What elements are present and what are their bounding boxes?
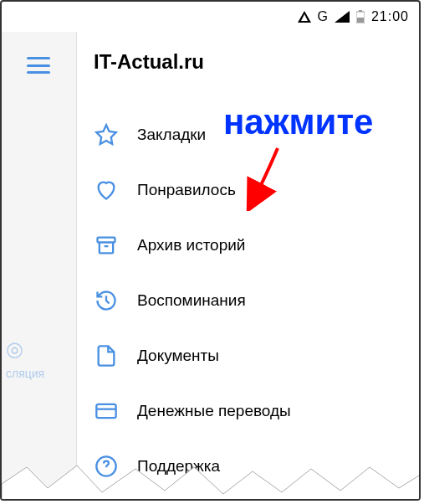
status-bar: G 21:00 (2, 2, 419, 32)
card-icon (94, 399, 119, 424)
clock: 21:00 (371, 9, 409, 24)
background-panel: ◎ сляция (2, 32, 77, 499)
menu-item-label: Архив историй (137, 236, 245, 255)
signal-icon (335, 11, 350, 23)
vpn-icon (298, 11, 311, 23)
menu-item-money[interactable]: Денежные переводы (77, 383, 419, 439)
annotation-text: нажмите (223, 102, 373, 142)
network-type: G (318, 9, 328, 24)
menu-item-label: Денежные переводы (137, 402, 291, 420)
menu-item-memories[interactable]: Воспоминания (77, 273, 419, 328)
menu-item-documents[interactable]: Документы (77, 328, 419, 383)
menu-item-archive[interactable]: Архив историй (77, 218, 419, 273)
document-icon (94, 343, 119, 368)
menu-item-label: Документы (137, 347, 219, 365)
battery-icon (356, 10, 365, 23)
star-icon (94, 122, 119, 147)
menu-item-label: Понравилось (137, 181, 236, 199)
svg-rect-4 (96, 404, 115, 418)
torn-edge-decoration (2, 459, 419, 501)
history-icon (94, 288, 119, 313)
svg-rect-3 (98, 238, 115, 243)
panel-title: IT-Actual.ru (77, 50, 419, 74)
menu-item-label: Воспоминания (137, 291, 246, 310)
annotation-arrow (244, 144, 294, 211)
menu-icon[interactable] (27, 57, 50, 74)
target-icon: ◎ (6, 337, 23, 361)
faded-label: сляция (6, 367, 44, 380)
menu-item-label: Закладки (137, 126, 206, 144)
svg-rect-2 (357, 18, 364, 23)
heart-icon (94, 177, 119, 203)
archive-icon (94, 233, 119, 258)
